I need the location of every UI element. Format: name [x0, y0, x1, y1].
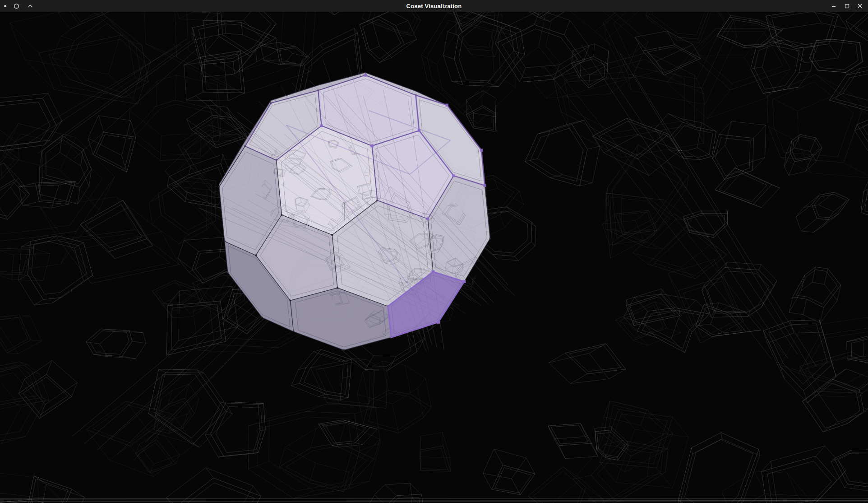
- minimize-button[interactable]: [830, 2, 838, 10]
- caret-up-glyph: [28, 4, 33, 8]
- circle-icon[interactable]: [12, 2, 20, 10]
- maximize-button[interactable]: [843, 2, 851, 10]
- caret-up-icon[interactable]: [26, 2, 34, 10]
- minimize-icon: [831, 3, 836, 9]
- close-button[interactable]: [856, 2, 864, 10]
- circle-icon-glyph: [14, 3, 19, 9]
- viz-canvas[interactable]: [0, 12, 868, 503]
- status-dot-icon: [4, 5, 6, 7]
- app-window: Coset Visualization: [0, 0, 868, 503]
- titlebar: Coset Visualization: [0, 0, 868, 12]
- close-icon: [857, 3, 863, 9]
- viewport: [0, 12, 868, 503]
- titlebar-left-icons: [0, 2, 34, 10]
- window-controls: [830, 2, 868, 10]
- maximize-icon: [845, 4, 850, 9]
- window-title: Coset Visualization: [0, 3, 868, 9]
